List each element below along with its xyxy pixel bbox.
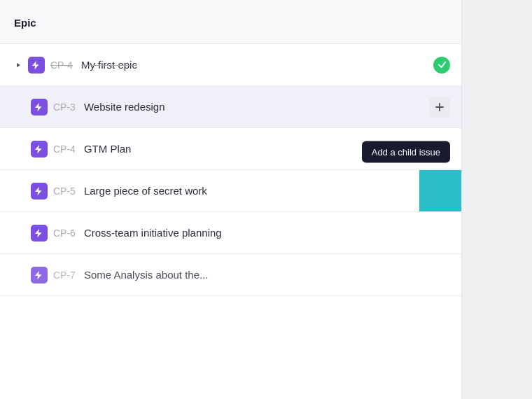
tooltip-label: Add a child issue bbox=[362, 141, 450, 163]
issue-key-cp4-parent: CP-4 bbox=[50, 59, 73, 71]
tooltip-container: Add a child issue bbox=[362, 141, 450, 163]
issue-title-cp3: Website redesign bbox=[84, 101, 429, 113]
epic-list: CP-4 My first epic CP-3 Website redesign bbox=[0, 44, 461, 399]
issue-key-cp7: CP-7 bbox=[53, 270, 76, 281]
issue-key-cp3: CP-3 bbox=[53, 102, 76, 113]
panel-title: Epic bbox=[14, 17, 36, 29]
main-container: Epic CP-4 My first epic bbox=[0, 0, 532, 399]
epic-icon-cp4-gtm bbox=[31, 141, 48, 158]
epic-icon-cp4-parent bbox=[28, 57, 45, 74]
row-cp5[interactable]: CP-5 Large piece of secret work bbox=[0, 170, 461, 212]
issue-title-cp6: Cross-team initiative planning bbox=[84, 227, 450, 239]
svg-marker-0 bbox=[17, 63, 20, 67]
issue-title-cp4-parent: My first epic bbox=[81, 59, 433, 71]
epic-icon-cp7 bbox=[31, 267, 48, 284]
teal-progress-bar bbox=[419, 170, 461, 211]
left-panel: Epic CP-4 My first epic bbox=[0, 0, 462, 399]
issue-key-cp4-gtm: CP-4 bbox=[53, 144, 76, 155]
done-badge-cp4-parent bbox=[433, 57, 450, 74]
row-cp7[interactable]: CP-7 Some Analysis about the... bbox=[0, 254, 461, 296]
row-cp4-parent[interactable]: CP-4 My first epic bbox=[0, 44, 461, 86]
issue-key-cp6: CP-6 bbox=[53, 227, 76, 239]
issue-key-cp5: CP-5 bbox=[53, 186, 76, 197]
epic-icon-cp3 bbox=[31, 99, 48, 115]
issue-title-cp5: Large piece of secret work bbox=[84, 185, 450, 197]
panel-header: Epic bbox=[0, 0, 461, 44]
row-cp3[interactable]: CP-3 Website redesign Add a child issue bbox=[0, 86, 461, 128]
expand-arrow-icon[interactable] bbox=[11, 62, 25, 69]
row-cp6[interactable]: CP-6 Cross-team initiative planning bbox=[0, 212, 461, 254]
epic-icon-cp5 bbox=[31, 183, 48, 200]
right-panel bbox=[462, 0, 532, 399]
epic-icon-cp6 bbox=[31, 225, 48, 241]
add-child-issue-button[interactable] bbox=[429, 97, 450, 118]
issue-title-cp7: Some Analysis about the... bbox=[84, 269, 450, 281]
